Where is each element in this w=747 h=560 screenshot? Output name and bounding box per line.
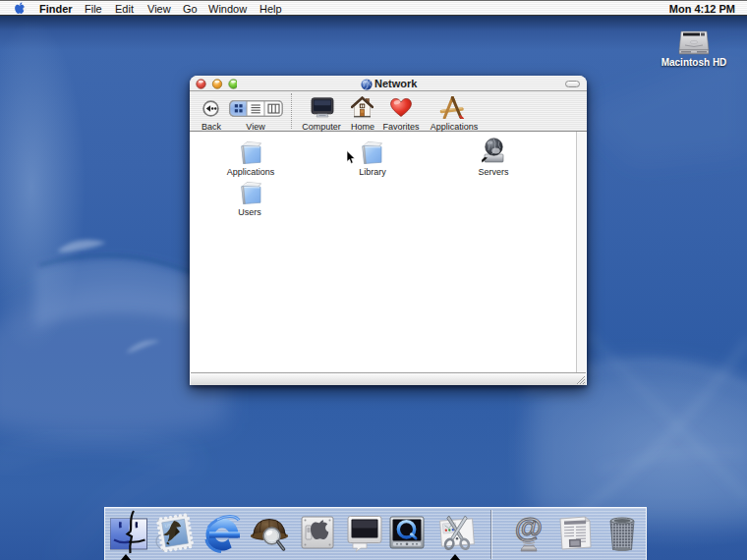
svg-text:@: @ (515, 513, 543, 543)
